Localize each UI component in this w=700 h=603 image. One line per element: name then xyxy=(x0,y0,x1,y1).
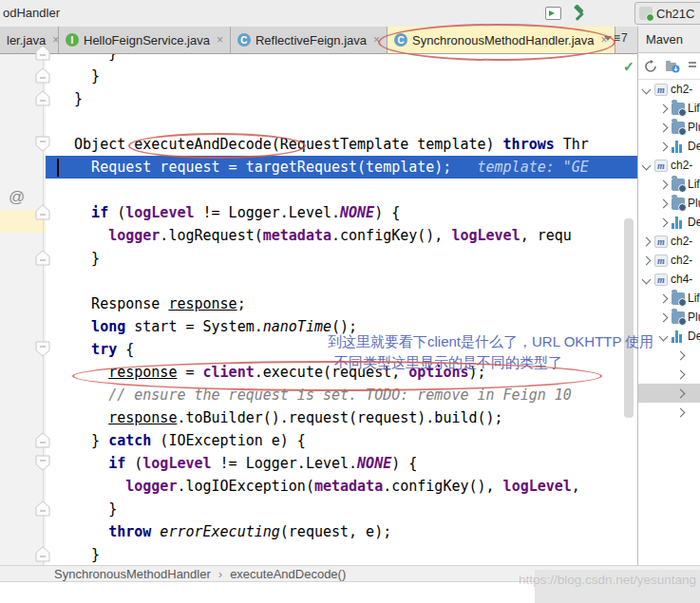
maven-tree-item[interactable]: Lifecycle xyxy=(638,175,700,194)
maven-tree-item[interactable]: mch2- xyxy=(638,156,700,175)
chevron-right-icon[interactable] xyxy=(676,369,686,379)
chevron-down-icon[interactable] xyxy=(642,160,652,170)
chevron-right-icon[interactable] xyxy=(659,122,669,132)
code-line[interactable]: } xyxy=(46,498,637,520)
text-caret xyxy=(57,159,59,177)
code-editor[interactable]: }}}Object executeAndDecode(RequestTempla… xyxy=(46,54,637,565)
chevron-right-icon[interactable] xyxy=(659,198,669,208)
code-line[interactable]: response.toBuilder().request(request).bu… xyxy=(46,406,637,429)
tab-label: HelloFeignService.java xyxy=(84,33,210,47)
maven-tree-item[interactable]: mch2- xyxy=(638,80,700,99)
editor-gutter[interactable]: @ xyxy=(0,54,46,565)
refresh-icon[interactable] xyxy=(644,60,657,73)
maven-tree-item[interactable]: Plugins xyxy=(638,118,700,137)
fold-collapsed-icon[interactable] xyxy=(35,67,50,84)
code-line[interactable]: if (logLevel != Logger.Level.NONE) { xyxy=(46,201,637,224)
code-line[interactable]: } xyxy=(46,247,637,270)
code-line[interactable]: Response response; xyxy=(46,292,637,315)
tab-active-file[interactable]: CSynchronousMethodHandler.java× xyxy=(388,27,615,53)
code-line[interactable]: } catch (IOException e) { xyxy=(46,429,637,452)
code-line[interactable] xyxy=(46,179,637,201)
code-line[interactable] xyxy=(46,270,637,292)
maven-tree-item[interactable]: mch2- xyxy=(638,232,700,251)
tab-file[interactable]: IHelloFeignService.java× xyxy=(59,27,231,53)
code-line[interactable]: } xyxy=(46,65,637,87)
inspections-ok-icon[interactable]: ✓ xyxy=(623,59,634,74)
chevron-right-icon[interactable] xyxy=(659,293,669,303)
maven-item-label: Dependencies xyxy=(688,216,700,229)
fold-expanded-icon[interactable] xyxy=(35,341,50,357)
maven-tree-item[interactable]: mch4- xyxy=(638,270,700,289)
code-segment: ) { xyxy=(374,204,400,221)
code-segment: client xyxy=(203,364,255,381)
run-configuration-selector[interactable]: Ch21C xyxy=(634,2,700,25)
code-line[interactable]: logger.logRequest(metadata.configKey(), … xyxy=(46,224,637,247)
maven-toolbar-more-icon[interactable] xyxy=(688,60,697,73)
close-icon[interactable]: × xyxy=(52,33,59,47)
fold-expanded-icon[interactable] xyxy=(35,136,50,152)
debug-inline-hint: template: "GE xyxy=(460,159,588,176)
fold-collapsed-icon[interactable] xyxy=(35,546,50,562)
breadcrumb-class[interactable]: SynchronousMethodHandler xyxy=(54,567,211,581)
chevron-right-icon[interactable] xyxy=(642,255,652,265)
chevron-down-icon[interactable] xyxy=(659,331,669,341)
code-line[interactable]: } xyxy=(46,543,637,565)
code-line[interactable]: logger.logIOException(metadata.configKey… xyxy=(46,475,637,498)
maven-tree-item[interactable]: mch2- xyxy=(638,251,700,270)
chevron-right-icon[interactable] xyxy=(676,407,686,417)
download-sources-icon[interactable] xyxy=(665,60,680,73)
editor-scrollbar[interactable] xyxy=(624,218,634,418)
chevron-right-icon[interactable] xyxy=(659,104,669,113)
maven-tree-item[interactable] xyxy=(638,403,700,422)
maven-tree-item[interactable]: Lifecycle xyxy=(638,99,700,118)
chevron-right-icon[interactable] xyxy=(659,141,669,151)
code-segment xyxy=(151,523,160,540)
code-line-selected[interactable]: Request request = targetRequest(template… xyxy=(46,156,637,179)
breadcrumb-separator-icon: › xyxy=(218,567,222,581)
fold-collapsed-icon[interactable] xyxy=(35,500,50,517)
class-file-icon: C xyxy=(394,33,407,47)
code-line[interactable]: if (logLevel != Logger.Level.NONE) { xyxy=(46,452,637,475)
code-line[interactable]: } xyxy=(46,87,637,110)
chevron-right-icon[interactable] xyxy=(659,312,669,322)
code-segment: metadata xyxy=(314,478,383,495)
fold-collapsed-icon[interactable] xyxy=(35,45,50,61)
code-segment: } xyxy=(91,546,100,563)
chevron-right-icon[interactable] xyxy=(659,217,669,227)
build-hammer-icon[interactable] xyxy=(571,5,588,22)
breadcrumb-method[interactable]: executeAndDecode() xyxy=(230,567,346,581)
fold-collapsed-icon[interactable] xyxy=(35,250,50,266)
chevron-down-icon[interactable] xyxy=(642,274,652,284)
chevron-right-icon[interactable] xyxy=(659,179,669,189)
maven-tree-item[interactable] xyxy=(638,384,700,403)
code-line[interactable]: throw errorExecuting(request, e); xyxy=(46,520,637,543)
maven-toolbar xyxy=(638,53,700,80)
code-line[interactable]: // ensure the request is set. TODO: remo… xyxy=(46,384,637,406)
run-terminal-icon[interactable] xyxy=(545,7,561,20)
fold-collapsed-icon[interactable] xyxy=(35,432,50,448)
code-line[interactable]: Object executeAndDecode(RequestTemplate … xyxy=(46,133,637,156)
annotation-gutter-icon[interactable]: @ xyxy=(9,188,25,207)
code-line[interactable] xyxy=(46,110,637,133)
fold-expanded-icon[interactable] xyxy=(35,455,50,471)
maven-module-icon: m xyxy=(654,254,668,267)
close-icon[interactable]: × xyxy=(373,33,380,47)
maven-tree-item[interactable]: Dependencies xyxy=(638,213,700,232)
chevron-right-icon[interactable] xyxy=(676,350,686,360)
fold-collapsed-icon[interactable] xyxy=(35,204,50,220)
maven-tree-item[interactable]: Dependencies xyxy=(638,137,700,156)
chevron-right-icon[interactable] xyxy=(676,388,686,398)
maven-tree-item[interactable] xyxy=(638,365,700,384)
tab-file[interactable]: CReflectiveFeign.java× xyxy=(231,27,388,53)
chevron-right-icon[interactable] xyxy=(642,236,652,246)
chevron-down-icon[interactable] xyxy=(642,85,652,94)
code-segment: throw xyxy=(108,523,151,540)
fold-collapsed-icon[interactable] xyxy=(35,90,50,106)
code-segment: Object executeAndDecode(RequestTemplate … xyxy=(74,136,503,153)
maven-tree-item[interactable]: Plugins xyxy=(638,194,700,213)
hidden-tabs-dropdown[interactable]: ≡ 7 xyxy=(604,31,628,45)
close-icon[interactable]: × xyxy=(217,33,223,47)
code-line[interactable]: } xyxy=(46,54,637,65)
maven-tree-item[interactable]: Plugins xyxy=(638,308,700,327)
maven-tree-item[interactable]: Lifecycle xyxy=(638,289,700,308)
